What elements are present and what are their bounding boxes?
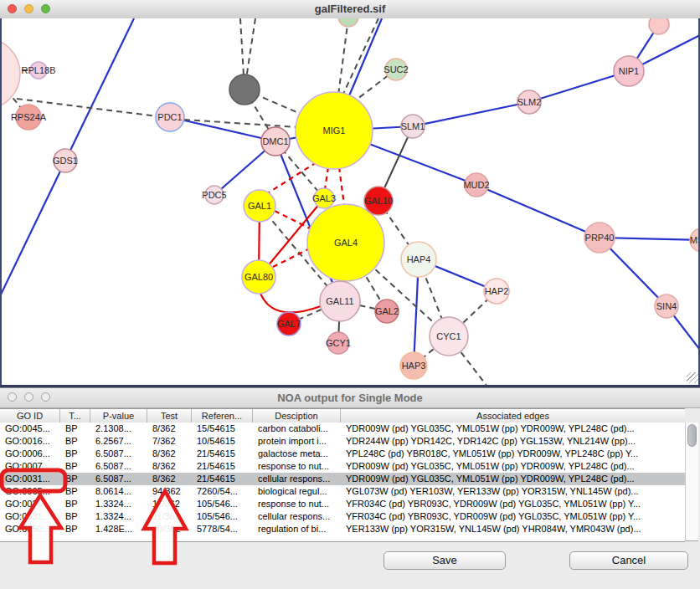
node-SUC2[interactable]: SUC2 xyxy=(383,59,408,80)
table-row[interactable]: GO:0007...BP6.5087...8/36221/54615respon… xyxy=(0,460,685,473)
table-cell: GO:0007... xyxy=(0,460,60,473)
node-GAL2[interactable]: GAL2 xyxy=(375,300,399,323)
table-cell: 15/54615 xyxy=(192,423,253,435)
table-cell: response to nut... xyxy=(253,498,341,510)
node-GAL4[interactable]: GAL4 xyxy=(307,204,384,281)
column-header[interactable]: P-value xyxy=(90,409,147,423)
table-cell: YER133W (pp) YOR315W, YNL145W (pd) YHR08… xyxy=(341,523,685,535)
node-NIP1[interactable]: NIP1 xyxy=(614,56,644,86)
table-header[interactable]: GO IDT...P-valueTestReferen...Desciption… xyxy=(0,408,685,423)
noa-window-titlebar[interactable]: NOA output for Single Mode xyxy=(0,388,700,408)
node-SLM2[interactable]: SLM2 xyxy=(517,90,542,114)
node-RPS24A[interactable]: RPS24A xyxy=(11,105,47,130)
table-row[interactable]: GO:0031...BP1.3324...11/362105/546...cel… xyxy=(0,510,685,523)
cancel-button[interactable]: Cancel xyxy=(569,551,688,570)
column-header[interactable]: T... xyxy=(60,409,90,423)
network-edge xyxy=(325,167,328,189)
network-window: galFiltered.sif MIG1GAL4GAL11CYC1HAP4GAL… xyxy=(0,0,700,385)
node-label: RPS24A xyxy=(11,112,47,122)
node-GAL1[interactable]: GAL1 xyxy=(244,190,275,222)
node-MIG1[interactable]: MIG1 xyxy=(296,92,373,169)
node-HAP3[interactable]: HAP3 xyxy=(400,352,427,379)
network-canvas[interactable]: MIG1GAL4GAL11CYC1HAP4GAL80GAL1DMC1GAL10G… xyxy=(0,18,700,385)
table-row[interactable]: GO:0006...BP6.5087...8/36221/54615galact… xyxy=(0,448,685,460)
node-label: DMC1 xyxy=(262,136,288,146)
node-SIN4[interactable]: SIN4 xyxy=(655,294,678,318)
table-cell: 6.5087... xyxy=(90,448,147,460)
network-edge xyxy=(339,167,344,205)
table-cell: GO:0031... xyxy=(0,498,60,510)
node-GAL11[interactable]: GAL11 xyxy=(320,281,360,321)
node-unlabeled[interactable] xyxy=(649,18,669,34)
table-row[interactable]: GO:0031...BP1.3324...11/362105/546...res… xyxy=(0,498,685,510)
screenshot-root: galFiltered.sif MIG1GAL4GAL11CYC1HAP4GAL… xyxy=(0,0,700,589)
table-cell: 8/362 xyxy=(147,423,192,435)
table-row[interactable]: GO:0045...BP2.1308...8/36215/54615carbon… xyxy=(0,423,685,435)
table-cell: 5778/54... xyxy=(192,523,253,535)
table-cell: 80/362 xyxy=(147,523,192,535)
table-cell: GO:0006... xyxy=(0,448,60,460)
node-SLM1[interactable]: SLM1 xyxy=(401,115,425,138)
table-cell: 11/362 xyxy=(147,498,192,510)
network-window-titlebar[interactable]: galFiltered.sif xyxy=(0,0,700,19)
node-label: PDC1 xyxy=(157,112,182,122)
scrollbar-thumb[interactable] xyxy=(687,424,697,447)
node-label: RPL18B xyxy=(22,65,56,75)
table-cell: 7260/54... xyxy=(192,485,253,498)
table-cell: cellular respons... xyxy=(253,510,341,523)
node-PDC1[interactable]: PDC1 xyxy=(156,103,184,131)
table-cell: 105/546... xyxy=(192,498,253,510)
save-button[interactable]: Save xyxy=(383,551,506,570)
column-header[interactable]: Referen... xyxy=(192,409,253,423)
network-edge xyxy=(259,289,321,312)
window-frame-left xyxy=(0,18,2,385)
node-HAP4[interactable]: HAP4 xyxy=(401,242,436,277)
node-label: HAP4 xyxy=(407,254,431,264)
node-label: SUC2 xyxy=(383,64,408,74)
node-GAL80[interactable]: GAL80 xyxy=(242,260,275,294)
table-row[interactable]: GO:0031...BP6.5087...8/36221/54615cellul… xyxy=(0,473,685,485)
network-edge xyxy=(343,18,378,94)
column-header[interactable]: GO ID xyxy=(0,409,60,423)
column-header[interactable]: Test xyxy=(147,409,192,423)
node-CYC1[interactable]: CYC1 xyxy=(430,317,468,356)
node-MUD2[interactable]: MUD2 xyxy=(463,173,489,197)
table-row[interactable]: GO:0050...BP1.428E...80/3625778/54...reg… xyxy=(0,523,685,535)
node-GAL3[interactable]: GAL3 xyxy=(312,188,336,208)
table-cell: 2.1308... xyxy=(90,423,147,435)
node-unlabeled[interactable] xyxy=(229,74,260,105)
node-DMC1[interactable]: DMC1 xyxy=(261,127,290,156)
table-cell: YFR034C (pd) YBR093C, YDR009W (pd) YGL03… xyxy=(341,510,685,523)
node-label: MUD2 xyxy=(463,180,489,190)
table-cell: 1.3324... xyxy=(90,510,147,523)
node-label: HAP2 xyxy=(485,286,509,296)
node-PRP40[interactable]: PRP40 xyxy=(584,223,615,253)
resize-grip-icon[interactable] xyxy=(687,372,698,383)
node-unlabeled[interactable] xyxy=(338,18,358,27)
table-cell: BP xyxy=(60,510,90,523)
node-GCY1[interactable]: GCY1 xyxy=(326,332,351,354)
table-cell: 11/362 xyxy=(147,510,192,523)
table-cell: YPL248C (pd) YBR018C, YML051W (pp) YDR00… xyxy=(341,448,685,460)
table-cell: carbon cataboli... xyxy=(253,423,341,435)
table-cell: 6.5087... xyxy=(90,460,147,473)
node-label: GAL4 xyxy=(334,238,358,248)
table-row[interactable]: GO:0065...BP8.0614...94/3627260/54...bio… xyxy=(0,485,685,498)
column-header[interactable]: Associated edges xyxy=(341,409,685,423)
node-label: MIG1 xyxy=(323,125,346,136)
table-cell: 6.2567... xyxy=(90,435,147,448)
table-cell: YDR009W (pd) YGL035C, YML051W (pp) YDR00… xyxy=(341,473,685,485)
node-GAL7[interactable]: GAL7 xyxy=(277,312,301,335)
network-edge xyxy=(338,18,348,95)
vertical-scrollbar[interactable] xyxy=(685,423,698,541)
node-HAP2[interactable]: HAP2 xyxy=(484,279,509,304)
column-header[interactable]: Desciption xyxy=(253,409,341,423)
table-cell: 8/362 xyxy=(147,448,192,460)
node-GAL10[interactable]: GAL10 xyxy=(364,187,393,215)
table-cell: cellular respons... xyxy=(253,473,341,485)
node-label: GDS1 xyxy=(53,156,78,166)
table-row[interactable]: GO:0016...BP6.2567...7/36210/54615protei… xyxy=(0,435,685,448)
node-GDS1[interactable]: GDS1 xyxy=(53,149,78,172)
table-cell: BP xyxy=(60,460,90,473)
node-RPL18B[interactable]: RPL18B xyxy=(22,62,56,79)
